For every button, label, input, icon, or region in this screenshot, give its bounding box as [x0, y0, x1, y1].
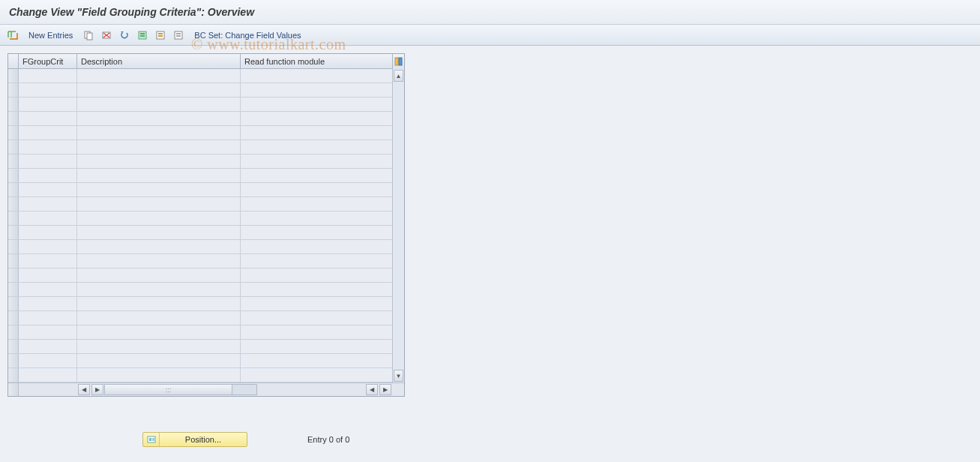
cell-fgroupcrit[interactable] — [19, 69, 77, 82]
table-row[interactable] — [8, 311, 392, 326]
row-selector[interactable] — [8, 212, 19, 225]
new-entries-button[interactable]: New Entries — [24, 29, 77, 41]
cell-description[interactable] — [77, 311, 241, 325]
row-selector[interactable] — [8, 140, 19, 154]
cell-readfn[interactable] — [241, 226, 392, 239]
cell-description[interactable] — [77, 354, 241, 368]
table-row[interactable] — [8, 297, 392, 311]
row-selector[interactable] — [8, 254, 19, 268]
cell-readfn[interactable] — [241, 140, 392, 154]
cell-fgroupcrit[interactable] — [19, 283, 77, 296]
cell-description[interactable] — [77, 240, 241, 254]
cell-description[interactable] — [77, 368, 241, 382]
configure-columns-icon[interactable] — [392, 54, 404, 69]
cell-description[interactable] — [77, 212, 241, 225]
select-block-icon[interactable] — [154, 28, 167, 42]
cell-fgroupcrit[interactable] — [19, 126, 77, 140]
cell-readfn[interactable] — [241, 340, 392, 353]
undo-icon[interactable] — [118, 28, 131, 42]
select-all-icon[interactable] — [136, 28, 149, 42]
cell-fgroupcrit[interactable] — [19, 311, 77, 325]
cell-description[interactable] — [77, 183, 241, 196]
cell-description[interactable] — [77, 326, 241, 339]
table-row[interactable] — [8, 326, 392, 340]
col-header-fgroupcrit[interactable]: FGroupCrit — [19, 54, 77, 68]
row-selector[interactable] — [8, 283, 19, 296]
row-selector[interactable] — [8, 368, 19, 382]
scroll-right-next-icon[interactable]: ▶ — [91, 384, 103, 395]
row-selector[interactable] — [8, 154, 19, 168]
cell-fgroupcrit[interactable] — [19, 240, 77, 254]
scroll-up-icon[interactable]: ▲ — [394, 70, 403, 82]
row-selector[interactable] — [8, 197, 19, 211]
table-row[interactable] — [8, 240, 392, 254]
row-selector[interactable] — [8, 354, 19, 368]
table-row[interactable] — [8, 254, 392, 268]
cell-readfn[interactable] — [241, 183, 392, 196]
row-selector[interactable] — [8, 98, 19, 111]
table-row[interactable] — [8, 140, 392, 154]
scroll-left-prev-icon[interactable]: ◀ — [366, 384, 378, 395]
cell-description[interactable] — [77, 297, 241, 310]
row-selector[interactable] — [8, 268, 19, 282]
cell-description[interactable] — [77, 126, 241, 140]
cell-readfn[interactable] — [241, 354, 392, 368]
cell-readfn[interactable] — [241, 240, 392, 254]
cell-description[interactable] — [77, 197, 241, 211]
cell-readfn[interactable] — [241, 169, 392, 182]
position-button[interactable]: Position... — [142, 432, 247, 447]
cell-fgroupcrit[interactable] — [19, 197, 77, 211]
table-row[interactable] — [8, 283, 392, 297]
table-row[interactable] — [8, 197, 392, 212]
cell-fgroupcrit[interactable] — [19, 254, 77, 268]
cell-fgroupcrit[interactable] — [19, 340, 77, 353]
cell-readfn[interactable] — [241, 197, 392, 211]
cell-readfn[interactable] — [241, 326, 392, 339]
row-selector[interactable] — [8, 83, 19, 97]
corner-selector[interactable] — [8, 54, 19, 68]
table-row[interactable] — [8, 212, 392, 226]
cell-fgroupcrit[interactable] — [19, 112, 77, 125]
copy-icon[interactable] — [82, 28, 95, 42]
row-selector[interactable] — [8, 311, 19, 325]
scroll-track-v[interactable] — [393, 82, 404, 369]
col-header-readfn[interactable]: Read function module — [241, 54, 392, 68]
cell-description[interactable] — [77, 169, 241, 182]
cell-readfn[interactable] — [241, 69, 392, 82]
cell-description[interactable] — [77, 69, 241, 82]
cell-description[interactable] — [77, 340, 241, 353]
cell-fgroupcrit[interactable] — [19, 354, 77, 368]
row-selector[interactable] — [8, 297, 19, 310]
cell-readfn[interactable] — [241, 368, 392, 382]
table-row[interactable] — [8, 340, 392, 354]
cell-description[interactable] — [77, 154, 241, 168]
cell-fgroupcrit[interactable] — [19, 326, 77, 339]
cell-readfn[interactable] — [241, 83, 392, 97]
cell-readfn[interactable] — [241, 154, 392, 168]
table-row[interactable] — [8, 169, 392, 183]
table-row[interactable] — [8, 354, 392, 368]
cell-readfn[interactable] — [241, 311, 392, 325]
cell-readfn[interactable] — [241, 268, 392, 282]
row-selector[interactable] — [8, 183, 19, 196]
hscroll-track[interactable]: ::: — [104, 384, 257, 395]
toggle-view-icon[interactable] — [6, 28, 19, 42]
row-selector[interactable] — [8, 240, 19, 254]
vertical-scrollbar[interactable]: ▲ ▼ — [392, 69, 404, 382]
cell-fgroupcrit[interactable] — [19, 183, 77, 196]
cell-fgroupcrit[interactable] — [19, 140, 77, 154]
row-selector[interactable] — [8, 169, 19, 182]
table-row[interactable] — [8, 226, 392, 240]
cell-fgroupcrit[interactable] — [19, 268, 77, 282]
row-selector[interactable] — [8, 340, 19, 353]
col-header-description[interactable]: Description — [77, 54, 241, 68]
cell-fgroupcrit[interactable] — [19, 83, 77, 97]
cell-fgroupcrit[interactable] — [19, 98, 77, 111]
cell-description[interactable] — [77, 98, 241, 111]
cell-fgroupcrit[interactable] — [19, 212, 77, 225]
cell-readfn[interactable] — [241, 112, 392, 125]
table-row[interactable] — [8, 83, 392, 98]
row-selector[interactable] — [8, 69, 19, 82]
bc-set-button[interactable]: BC Set: Change Field Values — [190, 29, 305, 41]
cell-readfn[interactable] — [241, 212, 392, 225]
